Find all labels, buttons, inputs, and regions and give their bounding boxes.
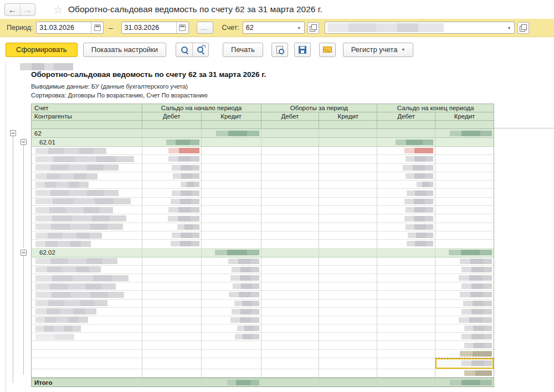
- account-label-cell[interactable]: 62.02: [32, 249, 142, 257]
- value-cell[interactable]: [142, 180, 202, 189]
- value-cell[interactable]: [261, 350, 320, 358]
- value-cell[interactable]: [435, 206, 494, 214]
- contractor-name-cell[interactable]: [32, 172, 142, 180]
- table-row[interactable]: [32, 300, 494, 308]
- value-cell[interactable]: [377, 316, 435, 324]
- row-62-02[interactable]: 62.02: [32, 249, 494, 257]
- value-cell[interactable]: [377, 266, 435, 274]
- value-cell[interactable]: [435, 341, 494, 349]
- value-cell[interactable]: [202, 155, 261, 163]
- value-cell[interactable]: [319, 147, 377, 155]
- collapse-account-62-icon[interactable]: [10, 130, 16, 136]
- table-row[interactable]: [32, 147, 494, 155]
- value-cell[interactable]: [142, 147, 202, 155]
- value-cell[interactable]: [435, 257, 494, 266]
- value-cell[interactable]: [261, 257, 320, 266]
- value-cell[interactable]: [261, 333, 320, 341]
- date-from-calendar-button[interactable]: [91, 22, 103, 33]
- value-cell[interactable]: [377, 378, 435, 387]
- favorite-star-icon[interactable]: ☆: [53, 4, 63, 15]
- value-cell[interactable]: [435, 316, 494, 324]
- value-cell[interactable]: [377, 180, 435, 189]
- contractor-name-cell[interactable]: [32, 240, 142, 248]
- value-cell[interactable]: [377, 350, 435, 358]
- value-cell[interactable]: [261, 369, 320, 378]
- value-cell[interactable]: [202, 147, 261, 155]
- value-cell[interactable]: [142, 249, 202, 257]
- value-cell[interactable]: [142, 274, 202, 282]
- value-cell[interactable]: [261, 341, 320, 349]
- forward-button[interactable]: →: [20, 4, 35, 16]
- table-row[interactable]: [32, 257, 494, 266]
- value-cell[interactable]: [142, 223, 202, 231]
- table-row[interactable]: [32, 369, 494, 378]
- value-cell[interactable]: [377, 138, 435, 147]
- row-Итого[interactable]: Итого: [32, 378, 494, 387]
- collapse-account-62-01-icon[interactable]: [20, 139, 27, 145]
- contractor-name-cell[interactable]: [32, 333, 142, 341]
- contractor-name-cell[interactable]: [32, 231, 142, 240]
- value-cell[interactable]: [377, 189, 435, 197]
- value-cell[interactable]: [377, 129, 435, 138]
- value-cell[interactable]: [261, 274, 320, 282]
- account-value[interactable]: 62: [243, 24, 294, 32]
- value-cell[interactable]: [261, 155, 320, 163]
- value-cell[interactable]: [202, 333, 261, 341]
- value-cell[interactable]: [377, 300, 435, 308]
- value-cell[interactable]: [202, 223, 261, 231]
- account-label-cell[interactable]: 62: [32, 129, 142, 138]
- value-cell[interactable]: [202, 378, 261, 387]
- contractor-name-cell[interactable]: [32, 316, 142, 324]
- value-cell[interactable]: [202, 206, 261, 214]
- value-cell[interactable]: [142, 189, 202, 197]
- value-cell[interactable]: [377, 341, 435, 349]
- value-cell[interactable]: [142, 206, 202, 214]
- table-row[interactable]: [32, 240, 494, 248]
- value-cell[interactable]: [261, 180, 320, 189]
- value-cell[interactable]: [261, 147, 320, 155]
- value-cell[interactable]: [142, 291, 202, 299]
- date-to-value[interactable]: 31.03.2026: [122, 24, 176, 32]
- value-cell[interactable]: [377, 223, 435, 231]
- value-cell[interactable]: [142, 333, 202, 341]
- value-cell[interactable]: [435, 231, 494, 240]
- value-cell[interactable]: [435, 378, 494, 387]
- contractor-name-cell[interactable]: [32, 266, 142, 274]
- value-cell[interactable]: [319, 316, 377, 324]
- value-cell[interactable]: [202, 300, 261, 308]
- contractor-name-cell[interactable]: [32, 282, 142, 291]
- value-cell[interactable]: [202, 282, 261, 291]
- value-cell[interactable]: [319, 180, 377, 189]
- value-cell[interactable]: [142, 378, 202, 387]
- save-button[interactable]: [294, 43, 311, 57]
- value-cell[interactable]: [142, 341, 202, 349]
- print-preview-button[interactable]: [271, 43, 288, 57]
- secondary-filter-combo[interactable]: ▼: [325, 22, 515, 34]
- value-cell[interactable]: [202, 164, 261, 172]
- table-row[interactable]: [32, 291, 494, 299]
- value-cell[interactable]: [435, 282, 494, 291]
- value-cell[interactable]: [377, 369, 435, 378]
- date-from-field[interactable]: 31.03.2026: [36, 22, 104, 34]
- table-row[interactable]: [32, 358, 494, 369]
- value-cell[interactable]: [435, 147, 494, 155]
- value-cell[interactable]: [435, 189, 494, 197]
- value-cell[interactable]: [319, 223, 377, 231]
- search-button[interactable]: [176, 43, 192, 56]
- value-cell[interactable]: [435, 155, 494, 163]
- value-cell[interactable]: [261, 231, 320, 240]
- contractor-name-cell[interactable]: [32, 369, 142, 378]
- value-cell[interactable]: [377, 308, 435, 316]
- value-cell[interactable]: [319, 206, 377, 214]
- contractor-name-cell[interactable]: [32, 300, 142, 308]
- value-cell[interactable]: [319, 282, 377, 291]
- contractor-name-cell[interactable]: [32, 274, 142, 282]
- value-cell[interactable]: [377, 249, 435, 257]
- row-62-01[interactable]: 62.01: [32, 138, 494, 147]
- value-cell[interactable]: [142, 369, 202, 378]
- value-cell[interactable]: [319, 369, 377, 378]
- value-cell[interactable]: [202, 189, 261, 197]
- value-cell[interactable]: [261, 300, 320, 308]
- value-cell[interactable]: [435, 129, 494, 138]
- value-cell[interactable]: [377, 198, 435, 206]
